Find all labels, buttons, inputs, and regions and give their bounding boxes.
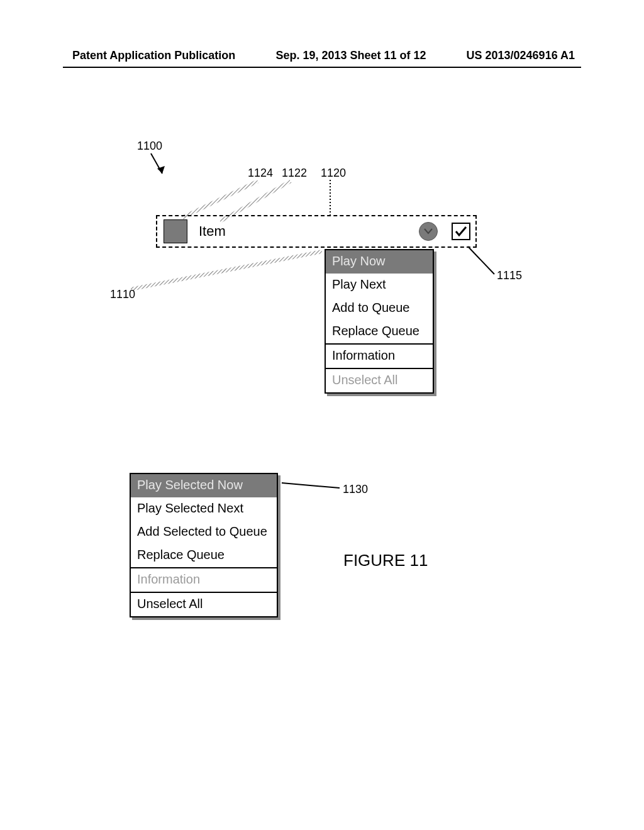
header-mid: Sep. 19, 2013 Sheet 11 of 12 <box>275 49 426 62</box>
menu-item-information-b[interactable]: Information <box>131 567 277 592</box>
ref-1130: 1130 <box>343 483 368 496</box>
header-left: Patent Application Publication <box>72 49 235 62</box>
svg-marker-2 <box>157 166 165 174</box>
ref-1115: 1115 <box>497 269 522 282</box>
menu-item-replace-queue-b[interactable]: Replace Queue <box>131 544 277 567</box>
menu-item-add-to-queue[interactable]: Add to Queue <box>326 297 433 320</box>
figure-caption: FIGURE 11 <box>343 551 428 570</box>
leader-lines <box>0 0 644 830</box>
menu-item-information[interactable]: Information <box>326 343 433 368</box>
select-checkbox[interactable] <box>452 223 470 240</box>
menu-item-play-selected-now[interactable]: Play Selected Now <box>131 474 277 497</box>
ref-1100: 1100 <box>137 140 162 153</box>
chevron-down-icon <box>424 228 433 235</box>
menu-item-play-selected-next[interactable]: Play Selected Next <box>131 497 277 521</box>
menu-item-play-now[interactable]: Play Now <box>326 250 433 274</box>
item-context-menu: Play Now Play Next Add to Queue Replace … <box>325 249 434 394</box>
ref-1124: 1124 <box>248 167 273 180</box>
checkmark-icon <box>454 225 468 238</box>
header-rule <box>63 67 581 68</box>
item-label: Item <box>199 223 226 240</box>
ref-1122: 1122 <box>282 167 307 180</box>
svg-line-1 <box>151 153 162 174</box>
menu-item-replace-queue[interactable]: Replace Queue <box>326 320 433 343</box>
page: Patent Application Publication Sep. 19, … <box>0 0 644 830</box>
item-thumbnail-icon <box>164 219 187 243</box>
ref-1120: 1120 <box>321 167 346 180</box>
svg-line-4 <box>468 246 494 274</box>
menu-item-unselect-all-b[interactable]: Unselect All <box>131 592 277 616</box>
menu-item-unselect-all[interactable]: Unselect All <box>326 368 433 392</box>
menu-item-play-next[interactable]: Play Next <box>326 274 433 297</box>
svg-line-5 <box>282 483 340 488</box>
selection-context-menu: Play Selected Now Play Selected Next Add… <box>130 473 278 617</box>
dropdown-button[interactable] <box>419 222 438 241</box>
menu-item-add-selected-to-queue[interactable]: Add Selected to Queue <box>131 521 277 544</box>
ref-1110: 1110 <box>110 288 135 301</box>
header-right: US 2013/0246916 A1 <box>467 49 575 62</box>
list-item-row[interactable]: Item <box>156 215 477 248</box>
page-header: Patent Application Publication Sep. 19, … <box>0 49 644 62</box>
